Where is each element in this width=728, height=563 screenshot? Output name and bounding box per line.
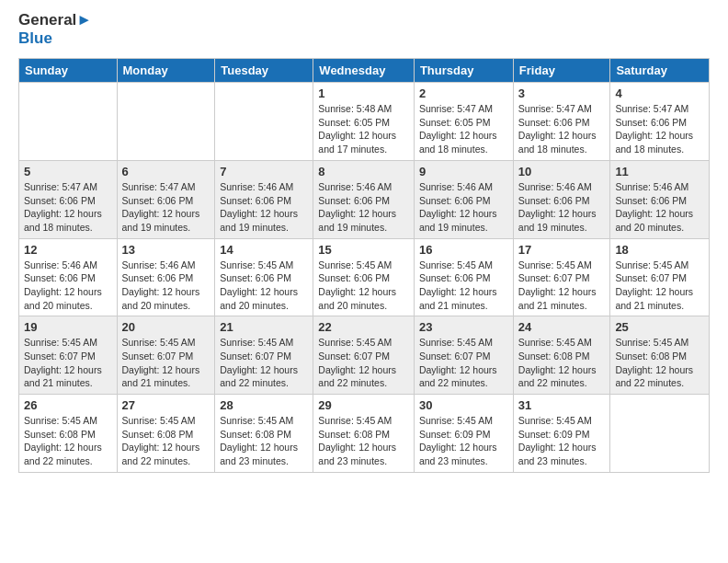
calendar-table: SundayMondayTuesdayWednesdayThursdayFrid… — [18, 58, 710, 473]
day-info: Sunrise: 5:48 AM Sunset: 6:05 PM Dayligh… — [318, 102, 409, 156]
calendar-cell: 23Sunrise: 5:45 AM Sunset: 6:07 PM Dayli… — [414, 316, 513, 395]
day-info: Sunrise: 5:45 AM Sunset: 6:07 PM Dayligh… — [615, 259, 704, 313]
calendar-cell: 4Sunrise: 5:47 AM Sunset: 6:06 PM Daylig… — [610, 83, 710, 161]
calendar-cell: 16Sunrise: 5:45 AM Sunset: 6:06 PM Dayli… — [414, 238, 513, 316]
day-number: 16 — [419, 243, 508, 257]
calendar-cell: 13Sunrise: 5:46 AM Sunset: 6:06 PM Dayli… — [117, 238, 215, 316]
day-info: Sunrise: 5:45 AM Sunset: 6:06 PM Dayligh… — [419, 259, 508, 313]
calendar-cell: 6Sunrise: 5:47 AM Sunset: 6:06 PM Daylig… — [117, 160, 215, 238]
day-number: 29 — [318, 398, 409, 412]
calendar-cell: 11Sunrise: 5:46 AM Sunset: 6:06 PM Dayli… — [610, 160, 710, 238]
day-number: 31 — [518, 398, 606, 412]
day-info: Sunrise: 5:45 AM Sunset: 6:07 PM Dayligh… — [24, 336, 112, 390]
day-info: Sunrise: 5:45 AM Sunset: 6:08 PM Dayligh… — [122, 414, 210, 468]
day-info: Sunrise: 5:45 AM Sunset: 6:08 PM Dayligh… — [24, 414, 112, 468]
day-info: Sunrise: 5:46 AM Sunset: 6:06 PM Dayligh… — [122, 259, 210, 313]
day-info: Sunrise: 5:47 AM Sunset: 6:06 PM Dayligh… — [615, 102, 704, 156]
calendar-cell: 21Sunrise: 5:45 AM Sunset: 6:07 PM Dayli… — [215, 316, 313, 395]
day-number: 30 — [419, 398, 508, 412]
logo: General► Blue — [18, 11, 92, 47]
calendar-cell: 3Sunrise: 5:47 AM Sunset: 6:06 PM Daylig… — [513, 83, 610, 161]
day-info: Sunrise: 5:45 AM Sunset: 6:07 PM Dayligh… — [419, 336, 508, 390]
calendar-cell: 10Sunrise: 5:46 AM Sunset: 6:06 PM Dayli… — [513, 160, 610, 238]
day-number: 10 — [518, 165, 606, 178]
calendar-cell: 12Sunrise: 5:46 AM Sunset: 6:06 PM Dayli… — [19, 238, 118, 316]
day-info: Sunrise: 5:46 AM Sunset: 6:06 PM Dayligh… — [318, 180, 409, 235]
day-number: 18 — [615, 243, 704, 257]
day-number: 5 — [24, 165, 112, 178]
calendar-cell: 26Sunrise: 5:45 AM Sunset: 6:08 PM Dayli… — [19, 395, 118, 473]
day-number: 22 — [318, 320, 409, 334]
calendar-cell — [610, 395, 710, 473]
day-number: 1 — [318, 86, 409, 100]
day-header: Friday — [513, 59, 610, 83]
calendar-cell — [117, 83, 215, 161]
calendar-cell: 17Sunrise: 5:45 AM Sunset: 6:07 PM Dayli… — [513, 238, 610, 316]
day-info: Sunrise: 5:45 AM Sunset: 6:07 PM Dayligh… — [318, 336, 409, 390]
calendar-cell — [215, 83, 313, 161]
day-info: Sunrise: 5:45 AM Sunset: 6:06 PM Dayligh… — [220, 259, 308, 313]
calendar-cell: 31Sunrise: 5:45 AM Sunset: 6:09 PM Dayli… — [513, 395, 610, 473]
day-info: Sunrise: 5:45 AM Sunset: 6:08 PM Dayligh… — [220, 414, 308, 468]
calendar-cell: 1Sunrise: 5:48 AM Sunset: 6:05 PM Daylig… — [313, 83, 415, 161]
day-number: 15 — [318, 243, 409, 257]
day-info: Sunrise: 5:46 AM Sunset: 6:06 PM Dayligh… — [518, 180, 606, 235]
day-header: Saturday — [610, 59, 710, 83]
calendar-cell: 30Sunrise: 5:45 AM Sunset: 6:09 PM Dayli… — [414, 395, 513, 473]
day-header: Sunday — [19, 59, 118, 83]
calendar-cell: 15Sunrise: 5:45 AM Sunset: 6:06 PM Dayli… — [313, 238, 415, 316]
day-header: Wednesday — [313, 59, 415, 83]
calendar-cell: 9Sunrise: 5:46 AM Sunset: 6:06 PM Daylig… — [414, 160, 513, 238]
day-info: Sunrise: 5:45 AM Sunset: 6:08 PM Dayligh… — [518, 336, 606, 390]
day-number: 27 — [122, 398, 210, 412]
day-info: Sunrise: 5:45 AM Sunset: 6:06 PM Dayligh… — [318, 259, 409, 313]
day-header: Tuesday — [215, 59, 313, 83]
day-number: 25 — [615, 320, 704, 334]
day-number: 28 — [220, 398, 308, 412]
calendar-cell — [19, 83, 118, 161]
day-number: 3 — [518, 86, 606, 100]
day-number: 11 — [615, 165, 704, 178]
day-info: Sunrise: 5:45 AM Sunset: 6:09 PM Dayligh… — [419, 414, 508, 468]
calendar-cell: 8Sunrise: 5:46 AM Sunset: 6:06 PM Daylig… — [313, 160, 415, 238]
day-number: 4 — [615, 86, 704, 100]
day-number: 20 — [122, 320, 210, 334]
day-info: Sunrise: 5:46 AM Sunset: 6:06 PM Dayligh… — [615, 180, 704, 235]
day-number: 24 — [518, 320, 606, 334]
calendar-cell: 20Sunrise: 5:45 AM Sunset: 6:07 PM Dayli… — [117, 316, 215, 395]
calendar-cell: 22Sunrise: 5:45 AM Sunset: 6:07 PM Dayli… — [313, 316, 415, 395]
calendar-cell: 5Sunrise: 5:47 AM Sunset: 6:06 PM Daylig… — [19, 160, 118, 238]
calendar-cell: 7Sunrise: 5:46 AM Sunset: 6:06 PM Daylig… — [215, 160, 313, 238]
logo-text: General► Blue — [18, 11, 92, 47]
calendar-cell: 14Sunrise: 5:45 AM Sunset: 6:06 PM Dayli… — [215, 238, 313, 316]
day-info: Sunrise: 5:47 AM Sunset: 6:06 PM Dayligh… — [24, 180, 112, 235]
day-number: 7 — [220, 165, 308, 178]
day-info: Sunrise: 5:47 AM Sunset: 6:06 PM Dayligh… — [122, 180, 210, 235]
day-header: Thursday — [414, 59, 513, 83]
day-info: Sunrise: 5:45 AM Sunset: 6:09 PM Dayligh… — [518, 414, 606, 468]
day-info: Sunrise: 5:46 AM Sunset: 6:06 PM Dayligh… — [220, 180, 308, 235]
calendar-cell: 28Sunrise: 5:45 AM Sunset: 6:08 PM Dayli… — [215, 395, 313, 473]
day-header: Monday — [117, 59, 215, 83]
day-number: 23 — [419, 320, 508, 334]
calendar-cell: 24Sunrise: 5:45 AM Sunset: 6:08 PM Dayli… — [513, 316, 610, 395]
day-info: Sunrise: 5:46 AM Sunset: 6:06 PM Dayligh… — [24, 259, 112, 313]
subtitle — [0, 51, 728, 58]
day-info: Sunrise: 5:45 AM Sunset: 6:07 PM Dayligh… — [122, 336, 210, 390]
day-info: Sunrise: 5:46 AM Sunset: 6:06 PM Dayligh… — [419, 180, 508, 235]
day-number: 21 — [220, 320, 308, 334]
calendar-cell: 29Sunrise: 5:45 AM Sunset: 6:08 PM Dayli… — [313, 395, 415, 473]
day-number: 17 — [518, 243, 606, 257]
day-info: Sunrise: 5:45 AM Sunset: 6:08 PM Dayligh… — [615, 336, 704, 390]
day-info: Sunrise: 5:45 AM Sunset: 6:07 PM Dayligh… — [220, 336, 308, 390]
calendar-cell: 27Sunrise: 5:45 AM Sunset: 6:08 PM Dayli… — [117, 395, 215, 473]
calendar-cell: 2Sunrise: 5:47 AM Sunset: 6:05 PM Daylig… — [414, 83, 513, 161]
calendar-cell: 18Sunrise: 5:45 AM Sunset: 6:07 PM Dayli… — [610, 238, 710, 316]
day-number: 14 — [220, 243, 308, 257]
day-info: Sunrise: 5:47 AM Sunset: 6:06 PM Dayligh… — [518, 102, 606, 156]
day-number: 6 — [122, 165, 210, 178]
day-number: 2 — [419, 86, 508, 100]
day-number: 19 — [24, 320, 112, 334]
day-number: 12 — [24, 243, 112, 257]
day-info: Sunrise: 5:47 AM Sunset: 6:05 PM Dayligh… — [419, 102, 508, 156]
